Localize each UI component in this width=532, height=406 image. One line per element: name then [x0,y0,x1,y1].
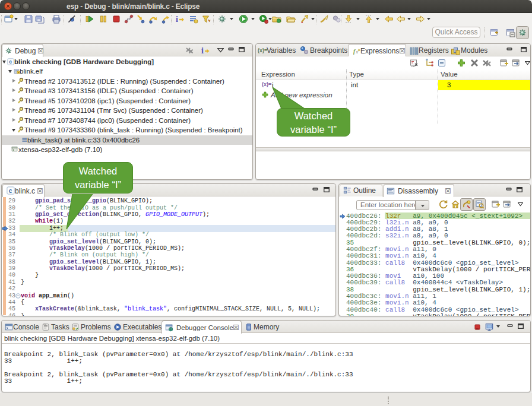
svg-text:x: x [355,49,358,55]
svg-text:i: i [176,15,178,24]
svg-text:c: c [9,59,12,65]
svg-text:i: i [201,46,204,55]
svg-text:f: f [353,48,356,55]
svg-text:c: c [9,188,12,194]
